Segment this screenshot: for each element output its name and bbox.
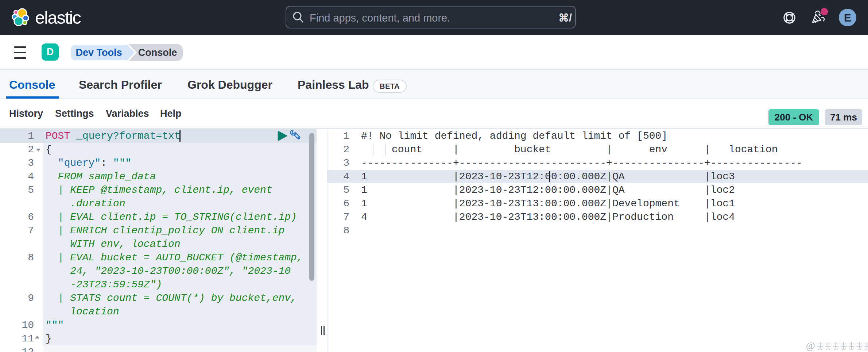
svg-text:E: E [844,12,851,24]
svg-text:@: @ [806,341,815,351]
svg-text:Dev Tools: Dev Tools [75,47,122,58]
svg-text:Console: Console [138,47,177,58]
